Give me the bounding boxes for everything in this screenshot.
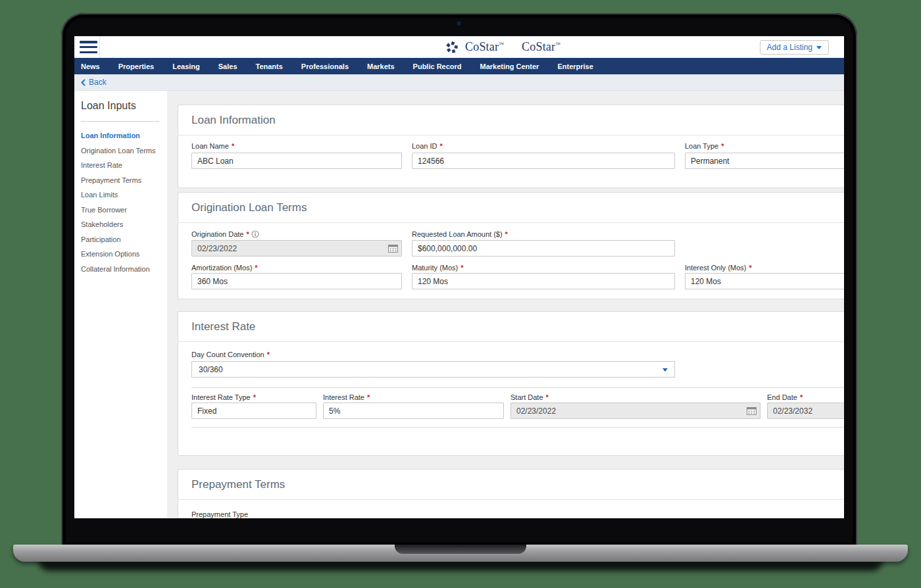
nav-item-public-record[interactable]: Public Record bbox=[404, 58, 471, 74]
prepayment-type-label: Prepayment Type bbox=[191, 510, 248, 518]
interest-rate-header: Interest Rate bbox=[178, 312, 844, 342]
required-marker: * bbox=[367, 393, 370, 401]
nav-item-news[interactable]: News bbox=[74, 58, 109, 74]
interest-only-input[interactable] bbox=[685, 273, 844, 289]
content-area: Loan Inputs Loan Information Origination… bbox=[74, 91, 844, 518]
header-divider bbox=[99, 36, 100, 58]
interest-rate-type-label: Interest Rate Type* bbox=[191, 393, 256, 401]
laptop-base bbox=[13, 545, 908, 562]
required-marker: * bbox=[749, 264, 752, 272]
webcam-dot bbox=[457, 22, 460, 25]
required-marker: * bbox=[267, 351, 270, 358]
loan-information-card: Loan Information Loan Name* Loan ID* Loa… bbox=[178, 105, 844, 188]
nav-item-professionals[interactable]: Professionals bbox=[292, 58, 358, 74]
nav-item-sales[interactable]: Sales bbox=[209, 58, 247, 74]
interest-rate-type-input[interactable] bbox=[191, 403, 316, 419]
sidebar-title: Loan Inputs bbox=[81, 100, 167, 112]
laptop-frame: CoStar™ CoStar™ Add a Listing News Prope… bbox=[61, 13, 857, 547]
row-divider bbox=[191, 387, 844, 388]
sidebar-item-interest-rate[interactable]: Interest Rate bbox=[81, 158, 167, 173]
sidebar-item-true-borrower[interactable]: True Borrower bbox=[81, 203, 167, 218]
chevron-down-icon bbox=[816, 46, 822, 49]
loan-name-input[interactable] bbox=[191, 153, 402, 169]
loan-information-header: Loan Information bbox=[178, 105, 844, 135]
origination-loan-terms-header: Origination Loan Terms bbox=[178, 193, 844, 223]
main-panel: Loan Information Loan Name* Loan ID* Loa… bbox=[167, 91, 844, 518]
nav-item-leasing[interactable]: Leasing bbox=[163, 58, 209, 74]
end-date-label: End Date* bbox=[767, 393, 803, 401]
start-date-input bbox=[510, 403, 760, 419]
laptop-base-notch bbox=[395, 545, 526, 554]
required-marker: * bbox=[255, 264, 257, 272]
loan-type-input[interactable] bbox=[685, 153, 844, 169]
day-count-convention-select[interactable]: 30/360 bbox=[191, 361, 675, 378]
required-marker: * bbox=[546, 393, 549, 401]
nav-item-marketing-center[interactable]: Marketing Center bbox=[471, 58, 549, 74]
prepayment-terms-card: Prepayment Terms Prepayment Type bbox=[178, 469, 844, 518]
back-bar: Back bbox=[74, 74, 844, 91]
app-header: CoStar™ CoStar™ Add a Listing bbox=[74, 36, 844, 58]
sidebar-item-prepayment-terms[interactable]: Prepayment Terms bbox=[81, 173, 167, 188]
sidebar-item-participation[interactable]: Participation bbox=[81, 232, 167, 247]
section-title: Origination Loan Terms bbox=[191, 201, 307, 214]
sidebar-item-stakeholders[interactable]: Stakeholders bbox=[81, 217, 167, 232]
costar-pinwheel-icon bbox=[445, 40, 459, 55]
laptop-screen: CoStar™ CoStar™ Add a Listing News Prope… bbox=[74, 36, 844, 518]
day-count-convention-label: Day Count Convention* bbox=[191, 351, 270, 358]
loan-type-label: Loan Type* bbox=[685, 142, 724, 150]
chevron-down-icon bbox=[662, 368, 668, 372]
nav-item-tenants[interactable]: Tenants bbox=[247, 58, 292, 74]
start-date-field bbox=[510, 403, 760, 419]
required-marker: * bbox=[505, 230, 508, 238]
end-date-field bbox=[767, 403, 844, 419]
calendar-icon bbox=[388, 244, 398, 253]
back-button[interactable]: Back bbox=[81, 78, 107, 87]
section-title: Interest Rate bbox=[191, 320, 255, 333]
maturity-label: Maturity (Mos)* bbox=[412, 264, 464, 272]
loan-name-label: Loan Name* bbox=[191, 142, 234, 150]
start-date-label: Start Date* bbox=[510, 393, 549, 401]
costar-wordmark-secondary: CoStar™ bbox=[522, 40, 560, 54]
nav-item-properties[interactable]: Properties bbox=[109, 58, 163, 74]
loan-id-label: Loan ID* bbox=[412, 142, 443, 150]
required-marker: * bbox=[440, 142, 443, 150]
sidebar-divider bbox=[81, 121, 159, 122]
amortization-label: Amortization (Mos)* bbox=[191, 264, 258, 272]
sidebar-item-collateral-information[interactable]: Collateral Information bbox=[81, 262, 167, 277]
required-marker: * bbox=[800, 393, 803, 401]
info-icon bbox=[251, 230, 259, 238]
sidebar-item-origination-loan-terms[interactable]: Origination Loan Terms bbox=[81, 143, 167, 159]
requested-loan-amount-input[interactable] bbox=[412, 240, 675, 257]
sidebar-item-extension-options[interactable]: Extension Options bbox=[81, 247, 167, 262]
section-title: Prepayment Terms bbox=[191, 478, 285, 491]
interest-rate-input[interactable] bbox=[323, 403, 504, 419]
sidebar-item-loan-limits[interactable]: Loan Limits bbox=[81, 187, 167, 203]
chevron-left-icon bbox=[81, 79, 86, 86]
required-marker: * bbox=[247, 230, 249, 238]
nav-item-enterprise[interactable]: Enterprise bbox=[548, 58, 602, 74]
end-date-input bbox=[767, 403, 844, 419]
maturity-input[interactable] bbox=[412, 273, 675, 289]
sidebar: Loan Inputs Loan Information Origination… bbox=[74, 91, 167, 518]
origination-date-field bbox=[191, 240, 402, 257]
row-divider bbox=[191, 427, 844, 428]
interest-rate-label: Interest Rate* bbox=[323, 393, 370, 401]
required-marker: * bbox=[721, 142, 724, 150]
interest-only-label: Interest Only (Mos)* bbox=[685, 264, 752, 272]
amortization-input[interactable] bbox=[191, 273, 402, 289]
interest-rate-card: Interest Rate Day Count Convention* 30/3… bbox=[178, 311, 844, 456]
logo-group: CoStar™ CoStar™ bbox=[445, 36, 560, 58]
sidebar-item-loan-information[interactable]: Loan Information bbox=[81, 128, 167, 143]
loan-id-input[interactable] bbox=[412, 153, 675, 169]
requested-loan-amount-label: Requested Loan Amount ($)* bbox=[412, 230, 508, 238]
required-marker: * bbox=[232, 142, 234, 150]
prepayment-terms-header: Prepayment Terms bbox=[178, 470, 844, 500]
hamburger-menu-icon[interactable] bbox=[80, 40, 97, 54]
required-marker: * bbox=[460, 264, 463, 272]
required-marker: * bbox=[253, 393, 256, 401]
costar-wordmark: CoStar™ bbox=[465, 40, 504, 54]
add-a-listing-button[interactable]: Add a Listing bbox=[760, 40, 829, 55]
calendar-icon bbox=[747, 406, 757, 415]
nav-item-markets[interactable]: Markets bbox=[358, 58, 404, 74]
primary-nav: News Properties Leasing Sales Tenants Pr… bbox=[74, 58, 844, 74]
